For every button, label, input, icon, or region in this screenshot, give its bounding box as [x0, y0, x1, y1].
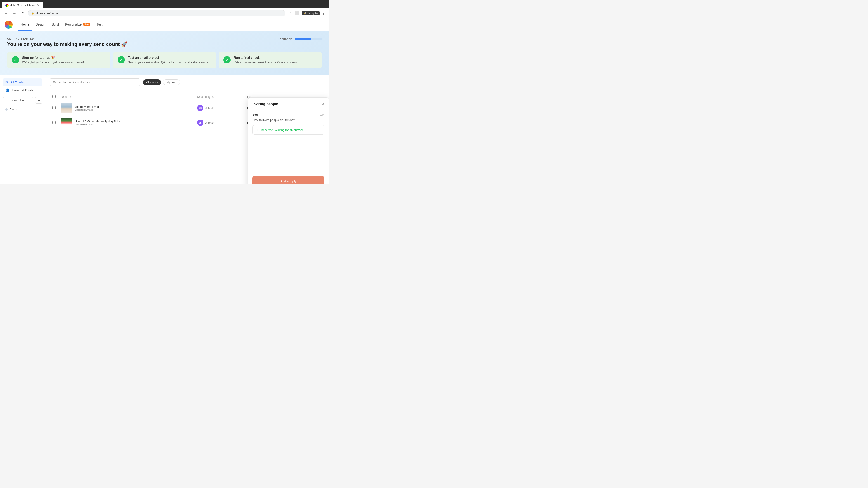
filter-my-emails[interactable]: My em...: [163, 79, 180, 85]
folder-options-button[interactable]: ☰: [35, 97, 42, 104]
sidebar-actions: New folder ☰: [3, 97, 42, 104]
nav-build[interactable]: Build: [49, 18, 61, 31]
email-name-cell-0: Moodjoy test Email Unsorted Emails: [61, 103, 192, 113]
nav-test[interactable]: Test: [94, 18, 105, 31]
email-name-cell-1: [Sample] Wonderblum Spring Sale Unsorted…: [61, 118, 192, 128]
active-tab[interactable]: John Smith > Litmus ✕: [2, 2, 43, 8]
getting-started-label: GETTING STARTED: [7, 37, 322, 40]
back-button[interactable]: ←: [3, 10, 9, 16]
search-input[interactable]: [50, 78, 140, 86]
chat-message-header: You 50m: [252, 113, 324, 116]
folder-item-amas[interactable]: Amas: [3, 106, 42, 112]
creator-cell-0: JS John S.: [197, 105, 242, 111]
email-info-1: [Sample] Wonderblum Spring Sale Unsorted…: [74, 120, 120, 126]
check-desc-0: We're glad you're here to get more from …: [22, 60, 84, 64]
tab-bar: John Smith > Litmus ✕ +: [0, 0, 329, 8]
sidebar-unsorted-label: Unsorted Emails: [12, 89, 33, 92]
incognito-label: Incognito: [308, 12, 318, 15]
chat-header: inviting people ×: [248, 98, 329, 109]
select-all-checkbox[interactable]: [53, 95, 56, 98]
sidebar-item-all-emails[interactable]: ✉ All Emails: [3, 78, 42, 86]
hero-title: You're on your way to making every send …: [7, 41, 322, 47]
email-checkbox-1[interactable]: [53, 121, 56, 124]
bookmark-button[interactable]: ☆: [288, 10, 293, 16]
email-folder-0: Unsorted Emails: [74, 108, 99, 111]
email-checkbox-0[interactable]: [53, 106, 56, 109]
app-container: Home Design Build Personalize New Test G…: [0, 18, 329, 184]
response-check-icon: ✓: [256, 128, 259, 132]
check-content-0: Sign up for Litmus 🎉 We're glad you're h…: [22, 56, 84, 64]
new-folder-button[interactable]: New folder: [3, 97, 33, 103]
check-desc-2: Retest your revised email to ensure it's…: [234, 60, 298, 64]
chat-response-box: ✓ Received. Waiting for an answer: [252, 125, 324, 135]
check-card-1: ✓ Test an email project Send in your ema…: [113, 52, 216, 68]
envelope-icon: ✉: [5, 80, 8, 84]
tab-favicon: [5, 4, 8, 7]
browser-controls: ← → ↻ 🔒 litmus.com/home ☆ ⬜ 🕵️ Incognito…: [0, 8, 329, 18]
incognito-icon: 🕵️: [304, 12, 307, 15]
progress-bar-container: [295, 38, 322, 40]
chat-sender: You: [252, 113, 258, 116]
email-info-0: Moodjoy test Email Unsorted Emails: [74, 105, 99, 111]
main-content: ✉ All Emails 👤 Unsorted Emails New folde…: [0, 75, 329, 184]
response-text: Received. Waiting for an answer: [261, 128, 303, 132]
sort-creator-icon[interactable]: ⇅: [212, 96, 214, 98]
progress-label: You're on: [280, 37, 292, 41]
hero-progress: You're on: [280, 37, 322, 41]
check-card-0: ✓ Sign up for Litmus 🎉 We're glad you're…: [7, 52, 110, 68]
tab-close-button[interactable]: ✕: [37, 3, 39, 7]
email-folder-1: Unsorted Emails: [74, 123, 120, 126]
forward-button[interactable]: →: [11, 10, 18, 16]
check-icon-0: ✓: [12, 56, 19, 64]
check-icon-1: ✓: [118, 56, 125, 64]
refresh-button[interactable]: ↻: [20, 10, 26, 16]
progress-bar: [295, 38, 311, 40]
filter-all-emails[interactable]: All emails: [143, 79, 161, 85]
nav-personalize[interactable]: Personalize New: [62, 18, 93, 31]
add-reply-button[interactable]: Add a reply: [252, 176, 324, 184]
check-title-2: Run a final check: [234, 56, 298, 59]
address-bar[interactable]: 🔒 litmus.com/home: [28, 10, 285, 16]
sort-name-icon[interactable]: ⇅: [70, 96, 71, 98]
url-text: litmus.com/home: [36, 11, 58, 15]
check-title-0: Sign up for Litmus 🎉: [22, 56, 84, 59]
folder-dot: [5, 108, 8, 111]
check-card-2: ✓ Run a final check Retest your revised …: [219, 52, 322, 68]
window-button[interactable]: ⬜: [294, 10, 301, 16]
check-content-1: Test an email project Send in your email…: [128, 56, 209, 64]
creator-cell-1: JS John S.: [197, 120, 242, 126]
browser-actions: ☆ ⬜ 🕵️ Incognito ⋮: [288, 10, 327, 16]
person-icon: 👤: [5, 88, 10, 92]
nav-home[interactable]: Home: [18, 18, 32, 31]
sidebar-all-emails-label: All Emails: [11, 80, 24, 84]
incognito-badge: 🕵️ Incognito: [302, 11, 320, 15]
check-title-1: Test an email project: [128, 56, 209, 59]
email-name-1: [Sample] Wonderblum Spring Sale: [74, 120, 120, 123]
creator-name-1: John S.: [205, 121, 215, 125]
check-content-2: Run a final check Retest your revised em…: [234, 56, 298, 64]
litmus-logo[interactable]: [4, 21, 13, 29]
check-desc-1: Send in your email and run QA checks to …: [128, 60, 209, 64]
col-name: Name ⇅: [58, 93, 194, 101]
chat-time: 50m: [320, 113, 324, 116]
sidebar-item-unsorted[interactable]: 👤 Unsorted Emails: [3, 87, 42, 94]
browser-chrome: John Smith > Litmus ✕ + ← → ↻ 🔒 litmus.c…: [0, 0, 329, 18]
checklist: ✓ Sign up for Litmus 🎉 We're glad you're…: [7, 52, 322, 68]
nav-design[interactable]: Design: [33, 18, 48, 31]
new-tab-button[interactable]: +: [44, 2, 50, 8]
email-name-0: Moodjoy test Email: [74, 105, 99, 108]
col-created-by: Created by ⇅: [194, 93, 244, 101]
avatar-1: JS: [197, 120, 204, 126]
nav-items: Home Design Build Personalize New Test: [18, 18, 105, 31]
tab-title: John Smith > Litmus: [10, 4, 35, 7]
chat-close-button[interactable]: ×: [322, 102, 324, 106]
menu-button[interactable]: ⋮: [321, 10, 327, 16]
personalize-badge: New: [83, 23, 90, 26]
filter-tabs: All emails My em...: [143, 79, 180, 85]
email-thumbnail-0: [61, 103, 72, 113]
email-thumbnail-1: [61, 118, 72, 128]
chat-message-area: You 50m How to invite people on litmuns?…: [248, 109, 329, 173]
chat-title: inviting people: [252, 102, 278, 106]
top-nav: Home Design Build Personalize New Test: [0, 18, 329, 31]
check-icon-2: ✓: [223, 56, 230, 64]
